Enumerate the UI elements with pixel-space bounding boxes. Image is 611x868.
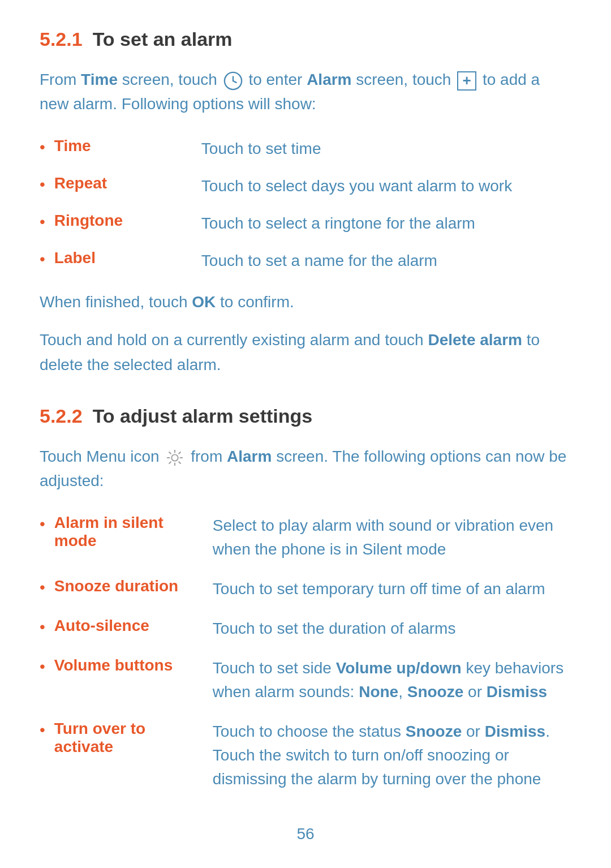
section-521-number: 5.2.1 (40, 28, 83, 50)
confirm-to-confirm: to confirm. (216, 293, 294, 311)
option-label-desc: Touch to set a name for the alarm (201, 249, 571, 273)
intro-to-enter: to enter (244, 71, 307, 88)
section-522-number: 5.2.2 (40, 405, 83, 427)
delete-alarm-bold: Delete alarm (428, 331, 522, 349)
section-522: 5.2.2 To adjust alarm settings Touch Men… (40, 405, 571, 791)
section-522-intro: Touch Menu icon from Alarm screen. The f… (40, 444, 571, 493)
vol-bold1: Volume up/down (336, 659, 462, 677)
adjust-touch-menu: Touch Menu icon (40, 448, 163, 465)
section-522-title: To adjust alarm settings (93, 405, 313, 427)
option-alarm-silent-desc: Select to play alarm with sound or vibra… (213, 514, 571, 561)
section-521-intro: From Time screen, touch to enter Alarm s… (40, 67, 571, 117)
intro-time-bold: Time (81, 71, 118, 88)
section-522-heading: 5.2.2 To adjust alarm settings (40, 405, 571, 427)
adjust-from: from (186, 448, 227, 465)
confirm-text: When finished, touch OK to confirm. (40, 290, 571, 314)
option-snooze-duration: • Snooze duration Touch to set temporary… (40, 577, 571, 601)
option-turn-over-desc: Touch to choose the status Snooze or Dis… (213, 720, 571, 791)
option-snooze-duration-label: Snooze duration (54, 577, 213, 595)
vol-bold4: Dismiss (487, 683, 547, 701)
intro-from: From (40, 71, 81, 88)
option-snooze-duration-desc: Touch to set temporary turn off time of … (213, 577, 571, 601)
option-turn-over: • Turn over to activate Touch to choose … (40, 720, 571, 791)
option-time-label: Time (54, 137, 201, 155)
option-repeat-desc: Touch to select days you want alarm to w… (201, 174, 571, 198)
intro-screen-touch2: screen, touch (352, 71, 456, 88)
option-alarm-silent-label: Alarm in silent mode (54, 514, 213, 550)
option-alarm-silent: • Alarm in silent mode Select to play al… (40, 514, 571, 561)
option-auto-silence-label: Auto-silence (54, 617, 213, 635)
option-auto-silence-desc: Touch to set the duration of alarms (213, 617, 571, 641)
bullet-label: • (40, 250, 45, 268)
turn-before: Touch to choose the status (213, 723, 406, 740)
alarm-silent-line1: Alarm in silent (54, 514, 163, 531)
option-label-label: Label (54, 249, 201, 267)
section-521-options-list: • Time Touch to set time • Repeat Touch … (40, 137, 571, 273)
option-time: • Time Touch to set time (40, 137, 571, 161)
option-repeat: • Repeat Touch to select days you want a… (40, 174, 571, 198)
ok-bold: OK (192, 293, 216, 311)
option-auto-silence: • Auto-silence Touch to set the duration… (40, 617, 571, 641)
bullet-alarm-silent: • (40, 515, 45, 533)
bullet-turn-over: • (40, 721, 45, 739)
section-522-options-list: • Alarm in silent mode Select to play al… (40, 514, 571, 791)
page-number: 56 (40, 825, 571, 843)
delete-touch-hold: Touch and hold on a currently existing a… (40, 331, 428, 349)
section-521-heading: 5.2.1 To set an alarm (40, 28, 571, 50)
option-volume-buttons-label: Volume buttons (54, 656, 213, 674)
bullet-snooze-duration: • (40, 578, 45, 596)
turn-bold1: Snooze (406, 723, 462, 740)
bullet-repeat: • (40, 175, 45, 194)
bullet-auto-silence: • (40, 618, 45, 636)
option-ringtone-label: Ringtone (54, 212, 201, 230)
bullet-time: • (40, 138, 45, 156)
vol-bold3: Snooze (407, 683, 464, 701)
option-label: • Label Touch to set a name for the alar… (40, 249, 571, 273)
clock-icon (223, 71, 243, 91)
option-repeat-label: Repeat (54, 174, 201, 192)
intro-alarm-bold: Alarm (307, 71, 351, 88)
option-ringtone-desc: Touch to select a ringtone for the alarm (201, 212, 571, 235)
option-time-desc: Touch to set time (201, 137, 571, 161)
svg-line-2 (233, 81, 236, 83)
delete-text: Touch and hold on a currently existing a… (40, 328, 571, 377)
svg-point-3 (172, 454, 178, 461)
intro-screen-touch: screen, touch (118, 71, 222, 88)
alarm-silent-line2: mode (54, 532, 97, 549)
adjust-alarm-bold: Alarm (227, 448, 272, 465)
turn-bold2: Dismiss (485, 723, 545, 740)
turn-over-line2: activate (54, 738, 113, 755)
confirm-when: When finished, touch (40, 293, 192, 311)
option-volume-buttons-desc: Touch to set side Volume up/down key beh… (213, 656, 571, 704)
vol-before: Touch to set side (213, 659, 336, 677)
vol-bold2: None (359, 683, 398, 701)
option-volume-buttons: • Volume buttons Touch to set side Volum… (40, 656, 571, 704)
vol-or: or (463, 683, 486, 701)
turn-over-line1: Turn over to (54, 720, 145, 737)
section-521-title: To set an alarm (93, 28, 233, 50)
bullet-ringtone: • (40, 213, 45, 231)
section-521: 5.2.1 To set an alarm From Time screen, … (40, 28, 571, 377)
option-turn-over-label: Turn over to activate (54, 720, 213, 756)
option-ringtone: • Ringtone Touch to select a ringtone fo… (40, 212, 571, 235)
vol-comma: , (398, 683, 407, 701)
plus-icon: + (457, 71, 476, 91)
turn-mid: or (462, 723, 484, 740)
gear-settings-icon (165, 448, 184, 467)
bullet-volume-buttons: • (40, 658, 45, 676)
